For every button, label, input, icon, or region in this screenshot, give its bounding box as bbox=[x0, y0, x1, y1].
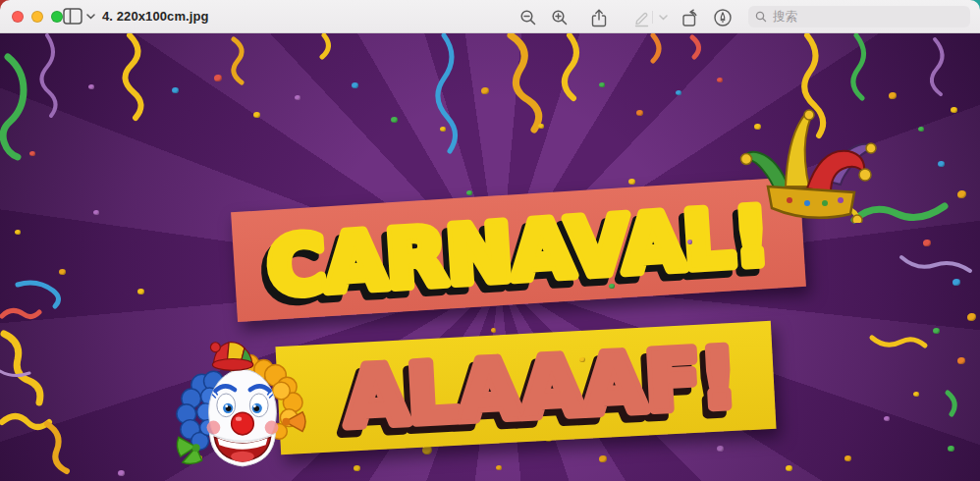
preview-window: 4. 220x100cm.jpg bbox=[0, 0, 980, 481]
search-input[interactable] bbox=[771, 9, 963, 25]
traffic-lights bbox=[12, 11, 63, 23]
markup-pencil-icon bbox=[632, 9, 651, 27]
toolbar-divider bbox=[652, 11, 653, 24]
chevron-down-icon bbox=[86, 14, 95, 20]
zoom-out-icon bbox=[519, 9, 537, 27]
rotate-icon bbox=[681, 9, 699, 27]
rotate-button[interactable] bbox=[680, 8, 699, 27]
sidebar-icon bbox=[63, 8, 82, 25]
screenshot: 4. 220x100cm.jpg bbox=[0, 0, 980, 481]
share-button[interactable] bbox=[589, 8, 609, 27]
close-button[interactable] bbox=[12, 11, 24, 23]
zoom-in-button[interactable] bbox=[550, 8, 570, 27]
image-canvas: CARNAVAL! CARNAVAL! ALAAAF! ALAAAF! bbox=[0, 33, 980, 481]
markup-pen-circle-icon bbox=[713, 8, 733, 27]
title-bar: 4. 220x100cm.jpg bbox=[0, 0, 980, 33]
jester-hat bbox=[738, 90, 886, 223]
zoom-window-button[interactable] bbox=[51, 11, 63, 23]
markup-pencil-button[interactable] bbox=[631, 8, 651, 27]
clown-face bbox=[173, 320, 308, 469]
markup-toolbar-button[interactable] bbox=[713, 8, 733, 27]
chevron-down-icon bbox=[659, 15, 668, 21]
minimize-button[interactable] bbox=[31, 11, 43, 23]
zoom-out-button[interactable] bbox=[518, 8, 538, 27]
markup-chevron-button[interactable] bbox=[656, 8, 670, 27]
zoom-in-icon bbox=[551, 9, 569, 27]
window-title: 4. 220x100cm.jpg bbox=[102, 0, 209, 32]
search-icon bbox=[755, 11, 767, 23]
search-field[interactable] bbox=[748, 6, 970, 27]
sidebar-toggle-button[interactable] bbox=[63, 8, 95, 25]
share-icon bbox=[590, 9, 608, 27]
